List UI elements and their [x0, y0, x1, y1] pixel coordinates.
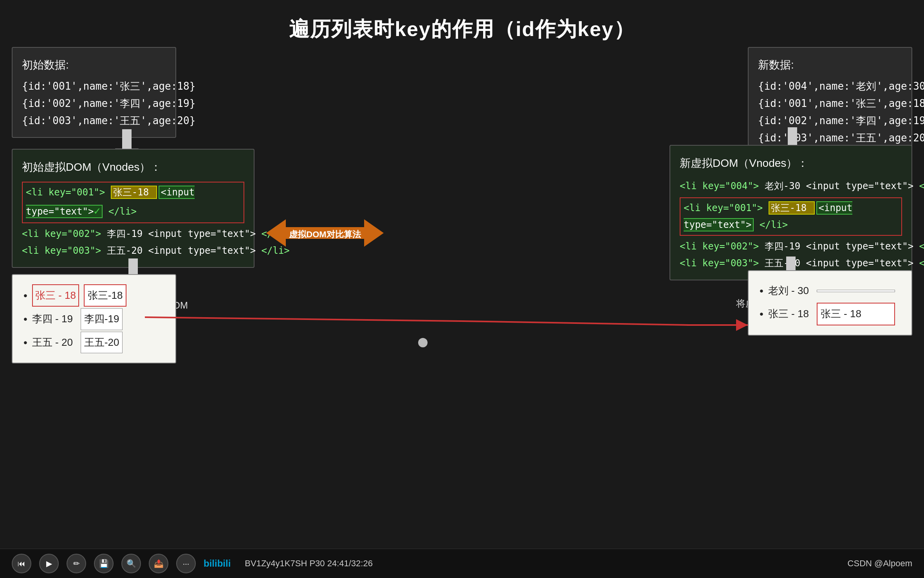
initial-data-line-3: {id:'003',name:'王五',age:20}	[22, 112, 166, 129]
new-vdom-row-001: <li key="001"> 张三-18 <input type="text">…	[680, 197, 902, 236]
new-data-line-1: {id:'004',name:'老刘',age:30}	[758, 78, 902, 95]
vdom-row-002: <li key="002"> 李四-19 <input type="text">…	[22, 226, 244, 242]
initial-vdom-title: 初始虚拟DOM（Vnodes）：	[22, 157, 244, 177]
real-item-3-input: 王五-20	[81, 332, 123, 353]
initial-vdom-box: 初始虚拟DOM（Vnodes）： <li key="001"> 张三-18 <i…	[12, 149, 254, 268]
real-item-3: • 王五 - 20 王五-20	[23, 332, 164, 353]
real-item-2-input: 李四-19	[81, 308, 123, 330]
real-item-3-text: 王五 - 20	[32, 333, 73, 352]
real-item-1: • 张三 - 18 张三-18	[23, 284, 164, 307]
more-button[interactable]: ···	[176, 554, 196, 573]
bottom-controls: ⏮ ▶ ✏ 💾 🔍 📤 ··· bilibili BV1Zy4y1K7SH P3…	[12, 554, 373, 573]
new-data-title: 新数据:	[758, 56, 902, 74]
new-vdom-row-002: <li key="002"> 李四-19 <input type="text">…	[680, 238, 902, 255]
new-real-item-1-input	[817, 290, 895, 292]
share-button[interactable]: 📤	[149, 554, 168, 573]
new-vdom-001-tag2: </li>	[760, 219, 788, 230]
play-button[interactable]: ▶	[39, 554, 59, 573]
new-real-item-1-text: 老刘 - 30	[768, 281, 809, 300]
search-button[interactable]: 🔍	[121, 554, 141, 573]
initial-data-title: 初始数据:	[22, 56, 166, 74]
new-vdom-row-004: <li key="004"> 老刘-30 <input type="text">…	[680, 178, 902, 195]
svg-line-2	[145, 317, 462, 321]
content-area: 初始数据: {id:'001',name:'张三',age:18} {id:'0…	[0, 39, 924, 547]
real-item-2: • 李四 - 19 李四-19	[23, 308, 164, 330]
svg-line-3	[462, 321, 689, 325]
vdom-row-001: <li key="001"> 张三-18 <input type="text">…	[22, 182, 244, 223]
vdom-001-tag1: <li key="001">	[26, 187, 105, 198]
new-vdom-title: 新虚拟DOM（Vnodes）：	[680, 154, 902, 173]
real-item-1-input: 张三-18	[84, 284, 127, 307]
new-vdom-001-tag1: <li key="001">	[684, 202, 763, 213]
real-item-1-text: 张三 - 18	[32, 284, 79, 307]
video-info: BV1Zy4y1K7SH P30 24:41/32:26	[245, 558, 373, 569]
vdom-row-003: <li key="003"> 王五-20 <input type="text">…	[22, 242, 244, 259]
svg-text:虚拟DOM对比算法: 虚拟DOM对比算法	[289, 229, 361, 239]
new-data-line-2: {id:'001',name:'张三',age:18}	[758, 95, 902, 112]
edit-button[interactable]: ✏	[67, 554, 86, 573]
svg-point-6	[418, 338, 428, 347]
new-real-dom-box: • 老刘 - 30 • 张三 - 18 张三 - 18	[748, 270, 912, 336]
bottom-bar: ⏮ ▶ ✏ 💾 🔍 📤 ··· bilibili BV1Zy4y1K7SH P3…	[0, 549, 924, 578]
vdom-001-tag2: </li>	[108, 206, 137, 217]
real-item-2-text: 李四 - 19	[32, 309, 73, 329]
compare-arrow-svg: 虚拟DOM对比算法	[266, 215, 384, 251]
new-data-line-3: {id:'002',name:'李四',age:19}	[758, 112, 902, 129]
new-real-item-1: • 老刘 - 30	[760, 280, 901, 301]
new-vdom-001-content: 张三-18	[769, 201, 815, 215]
vdom-001-content: 张三-18	[111, 186, 157, 199]
save-button[interactable]: 💾	[94, 554, 114, 573]
new-real-item-2: • 张三 - 18 张三 - 18	[760, 303, 901, 325]
bilibili-logo: bilibili	[204, 558, 231, 569]
initial-real-dom-box: • 张三 - 18 张三-18 • 李四 - 19 李四-19 • 王五 - 2…	[12, 274, 176, 363]
initial-data-line-2: {id:'002',name:'李四',age:19}	[22, 95, 166, 112]
svg-marker-4	[736, 319, 748, 331]
new-real-item-2-input: 张三 - 18	[817, 303, 895, 325]
compare-arrow-container: 虚拟DOM对比算法	[266, 215, 384, 251]
initial-data-box: 初始数据: {id:'001',name:'张三',age:18} {id:'0…	[12, 47, 176, 138]
initial-data-line-1: {id:'001',name:'张三',age:18}	[22, 78, 166, 95]
csdn-info: CSDN @Alpoem	[848, 558, 912, 569]
new-real-item-2-text: 张三 - 18	[768, 304, 809, 323]
prev-button[interactable]: ⏮	[12, 554, 31, 573]
